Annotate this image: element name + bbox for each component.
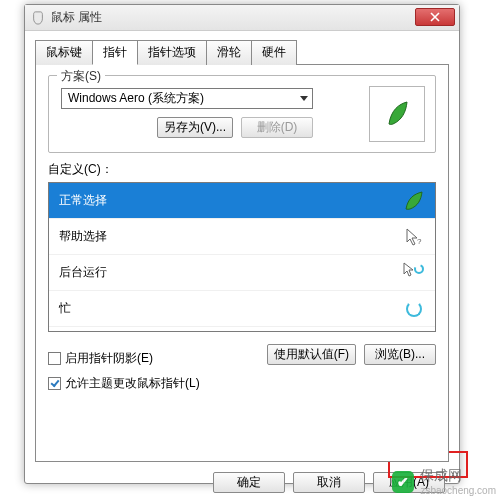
- tab-hardware[interactable]: 硬件: [251, 40, 297, 65]
- watermark: ✔ 保成网 zsbaocheng.com: [392, 467, 496, 496]
- window-title: 鼠标 属性: [51, 9, 102, 26]
- list-item[interactable]: 后台运行: [49, 255, 435, 291]
- busy-cursor-icon: [403, 298, 425, 320]
- tab-panel-pointers: 方案(S) Windows Aero (系统方案) 另存为(V)... 删除(D…: [35, 64, 449, 462]
- ok-button[interactable]: 确定: [213, 472, 285, 493]
- titlebar[interactable]: 鼠标 属性: [25, 5, 459, 31]
- use-defaults-button[interactable]: 使用默认值(F): [267, 344, 356, 365]
- tab-pointers[interactable]: 指针: [92, 40, 138, 65]
- scheme-group: 方案(S) Windows Aero (系统方案) 另存为(V)... 删除(D…: [48, 75, 436, 153]
- leaf-cursor-icon: [403, 190, 425, 212]
- svg-point-1: [415, 265, 423, 273]
- mouse-icon: [31, 11, 45, 25]
- theme-label: 允许主题更改鼠标指针(L): [65, 375, 200, 392]
- close-button[interactable]: [415, 8, 455, 26]
- list-item-label: 帮助选择: [59, 228, 107, 245]
- scheme-selected: Windows Aero (系统方案): [68, 90, 204, 107]
- save-as-button[interactable]: 另存为(V)...: [157, 117, 233, 138]
- list-item-label: 后台运行: [59, 264, 107, 281]
- checkbox-icon: [48, 352, 61, 365]
- tab-pointer-options[interactable]: 指针选项: [137, 40, 207, 65]
- shield-icon: ✔: [392, 471, 414, 493]
- mouse-properties-window: 鼠标 属性 鼠标键 指针 指针选项 滑轮 硬件 方案(S) Windows Ae…: [24, 4, 460, 484]
- cursor-preview: [369, 86, 425, 142]
- shadow-label: 启用指针阴影(E): [65, 350, 153, 367]
- dialog-buttons: 确定 取消 应用(A): [35, 472, 449, 493]
- tab-wheel[interactable]: 滑轮: [206, 40, 252, 65]
- cursor-listbox[interactable]: 正常选择 帮助选择 ? 后台运行: [48, 182, 436, 332]
- close-icon: [430, 8, 440, 26]
- chevron-down-icon: [300, 96, 308, 101]
- browse-button[interactable]: 浏览(B)...: [364, 344, 436, 365]
- shadow-checkbox-row[interactable]: 启用指针阴影(E): [48, 350, 153, 367]
- list-item-label: 正常选择: [59, 192, 107, 209]
- scheme-combobox[interactable]: Windows Aero (系统方案): [61, 88, 313, 109]
- delete-button: 删除(D): [241, 117, 313, 138]
- client-area: 鼠标键 指针 指针选项 滑轮 硬件 方案(S) Windows Aero (系统…: [25, 31, 459, 500]
- tab-buttons[interactable]: 鼠标键: [35, 40, 93, 65]
- tabstrip: 鼠标键 指针 指针选项 滑轮 硬件: [35, 39, 449, 64]
- list-item[interactable]: 帮助选择 ?: [49, 219, 435, 255]
- list-item[interactable]: 忙: [49, 291, 435, 327]
- list-item-label: 忙: [59, 300, 71, 317]
- cancel-button[interactable]: 取消: [293, 472, 365, 493]
- watermark-brand: 保成网: [420, 467, 462, 483]
- custom-legend: 自定义(C)：: [48, 161, 436, 178]
- checkbox-checked-icon: [48, 377, 61, 390]
- watermark-url: zsbaocheng.com: [420, 485, 496, 496]
- theme-checkbox-row[interactable]: 允许主题更改鼠标指针(L): [48, 375, 436, 392]
- svg-text:?: ?: [417, 237, 422, 246]
- leaf-icon: [385, 100, 409, 128]
- scheme-legend: 方案(S): [57, 68, 105, 85]
- help-cursor-icon: ?: [403, 226, 425, 248]
- list-item[interactable]: 正常选择: [49, 183, 435, 219]
- bg-cursor-icon: [403, 262, 425, 284]
